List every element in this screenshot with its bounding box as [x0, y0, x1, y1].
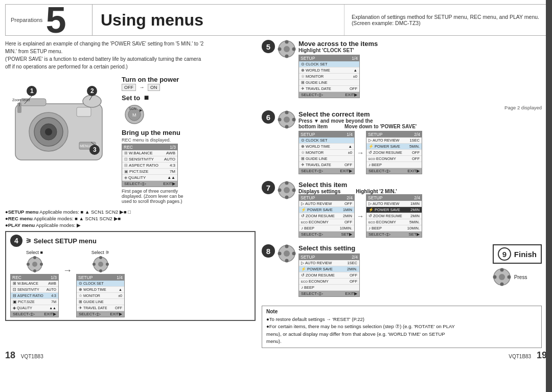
step-1-content: Turn on the power OFF → ON [122, 76, 256, 90]
svg-point-59 [285, 259, 289, 263]
svg-point-48 [278, 118, 282, 122]
step-6-menu-left: SETUP1/4 ⊙CLOCK SET ⊕WORLD TIME▲ ☆MONITO… [298, 131, 355, 174]
step-5: 5 Move across to the items Highlight 'CL… [262, 40, 542, 98]
step-8-content: Select this setting SETUP2/4 ▷AUTO REVIE… [298, 244, 488, 297]
svg-point-31 [40, 263, 43, 266]
step-7-circle: 7 [262, 181, 275, 194]
svg-point-38 [98, 262, 103, 267]
preparations-label: Preparations [11, 17, 42, 23]
svg-point-4 [45, 128, 52, 135]
dark-sidebar-bar [546, 0, 552, 392]
rec-bullet: ●REC menu Applicable modes: ■ ▲ SCN1 SCN… [5, 216, 256, 221]
svg-point-28 [33, 256, 36, 259]
step-6-circle: 6 [262, 110, 275, 124]
step-1-onoff: OFF → ON [122, 84, 256, 90]
step-4-title: ⚞ Select SETUP menu [26, 237, 97, 245]
main-content: Here is explained an example of changing… [5, 40, 542, 348]
svg-rect-5 [77, 107, 91, 117]
steps-8-9: 8 Select this setting SETUP2/4 ▷AUTO REV… [262, 244, 542, 299]
svg-point-52 [285, 181, 289, 185]
step-3: Bring up the menu REC menu is displayed.… [122, 129, 256, 204]
step-4-setup-area: Select ⚞ SETUP1/4 ⊙CLOCK SET ⊕WORLD TIME… [76, 250, 125, 317]
svg-point-66 [493, 275, 496, 279]
step-3-content: Bring up the menu REC menu is displayed.… [122, 129, 256, 204]
step-1-title: Turn on the power [122, 76, 256, 83]
dial-step6 [278, 110, 296, 129]
dial-svg-step4b [93, 256, 109, 272]
mode-dial-svg: M ▶ SCN [122, 104, 147, 125]
svg-point-58 [285, 245, 289, 248]
svg-point-44 [284, 46, 290, 52]
rec-row-4: ▣ PICT.SIZE 7M [122, 169, 177, 175]
svg-point-42 [278, 48, 282, 51]
dial-step7 [278, 181, 296, 199]
header-desc-line1: Explanation of settings method for SETUP… [352, 14, 539, 20]
step-7-menu-left: SETUP2/4 ▷AUTO REVIEWOFF ⚡POWER SAVE1MIN… [298, 194, 355, 238]
dial-svg-step4a [27, 256, 43, 272]
svg-point-55 [292, 189, 296, 192]
rec-row-3: ⊟ ASPECT RATIO 4:3 [122, 163, 177, 169]
rec-row-1: ⊞ W.BALANCE AWB [122, 150, 177, 156]
svg-point-60 [278, 252, 282, 256]
dial-step8 [278, 244, 296, 263]
svg-point-54 [278, 189, 282, 192]
step-9-finish-box: 9 Finish [493, 244, 542, 264]
setup-bullet: ●SETUP menu Applicable modes: ■ ▲ SCN1 S… [5, 209, 256, 215]
page-numbers: 18 VQT1B83 VQT1B83 19 [5, 350, 547, 361]
svg-point-68 [499, 274, 505, 280]
step-4-header: 4 ⚞ Select SETUP menu [10, 235, 250, 247]
step-5-setup-menu: SETUP1/4 ⊙CLOCK SET ⊕WORLD TIME▲ ☆MONITO… [298, 55, 360, 98]
svg-text:M: M [132, 112, 136, 118]
page-title: Using menus [93, 5, 344, 35]
rec-menu-footer: SELECT◁▷ EXIT▶ [122, 181, 177, 187]
step-6: 6 Select the correct item Press ▼ and mo… [262, 110, 542, 174]
step-4-area: 4 ⚞ Select SETUP menu Select ■ [5, 231, 256, 321]
svg-point-62 [284, 250, 290, 257]
step-3-sub: REC menu is displayed. [122, 137, 256, 143]
step-2-title: Set to ■ [122, 93, 256, 102]
arrow-step4: → [63, 265, 72, 276]
svg-point-36 [93, 263, 96, 266]
svg-point-56 [284, 187, 290, 193]
svg-point-30 [27, 263, 30, 266]
svg-point-49 [292, 118, 296, 122]
svg-point-50 [284, 117, 290, 123]
svg-point-34 [99, 256, 102, 259]
rec-row-5: ◈ QUALITY ▲▲ [122, 175, 177, 181]
step-9-press: Press [493, 268, 527, 286]
svg-point-37 [106, 263, 109, 266]
step-6-arrow: → [357, 149, 364, 157]
page-left: 18 VQT1B83 [5, 350, 43, 361]
step-9-circle: 9 [498, 247, 511, 261]
step-6-content: Select the correct item Press ▼ and move… [298, 110, 542, 174]
svg-point-29 [33, 269, 36, 272]
camera-mode-icon: ■ [144, 93, 149, 102]
svg-point-32 [32, 262, 37, 267]
svg-text:SCN: SCN [129, 107, 136, 110]
step-4-rec-menu: REC1/3 ⊞W.BALANCEAWB ⊡SENSITIVITYAUTO ⊟A… [10, 274, 59, 317]
page-displayed-label: Page 2 displayed [262, 105, 542, 110]
step-7: 7 Select this item Displays settings Hig… [262, 181, 542, 238]
step-3-title: Bring up the menu [122, 129, 256, 136]
step-1: Turn on the power OFF → ON [122, 76, 256, 90]
step-6-menus: SETUP1/4 ⊙CLOCK SET ⊕WORLD TIME▲ ☆MONITO… [298, 131, 542, 174]
intro-text: Here is explained an example of changing… [5, 40, 256, 71]
header-left: Preparations 5 [6, 5, 93, 35]
header-desc-line2: (Screen example: DMC-TZ3) [352, 20, 539, 26]
svg-point-40 [285, 40, 289, 44]
rec-menu-header: REC 1/3 [122, 144, 177, 150]
page-header: Preparations 5 Using menus Explanation o… [5, 4, 547, 36]
step-8-menu: SETUP2/4 ▷AUTO REVIEW1SEC ⚡POWER SAVE2MI… [298, 253, 360, 297]
step-4-menus: Select ■ REC1/3 ⊞W.BALANCEAWB ⊡SENSITIVI… [10, 250, 250, 317]
svg-point-53 [285, 196, 289, 199]
step-7-content: Select this item Displays settings Highl… [298, 181, 542, 238]
step-4-setup-menu: SETUP1/4 ⊙CLOCK SET ⊕WORLD TIME▲ ☆MONITO… [76, 274, 125, 317]
note-box: Note ●To restore default settings → 'RES… [262, 306, 542, 348]
svg-text:1: 1 [30, 87, 34, 95]
step-5-circle: 5 [262, 40, 275, 53]
step-4-select-setup: Select ⚞ [91, 250, 110, 255]
svg-point-47 [285, 125, 289, 129]
chapter-number: 5 [45, 2, 66, 38]
steps-1-3: Turn on the power OFF → ON Set to ■ [122, 76, 256, 204]
bullet-section: ●SETUP menu Applicable modes: ■ ▲ SCN1 S… [5, 209, 256, 228]
